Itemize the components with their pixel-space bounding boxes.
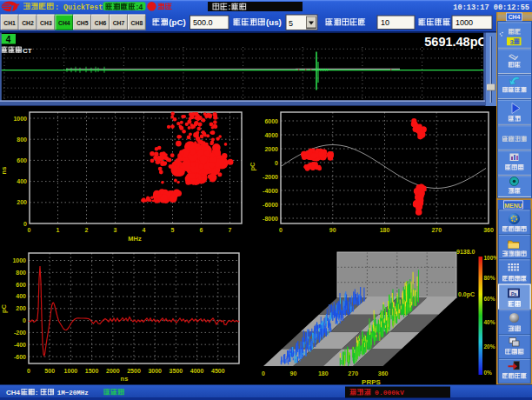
- svg-text:400: 400: [16, 293, 26, 299]
- svg-text:CH2: CH2: [22, 20, 34, 26]
- svg-text:4: 4: [6, 35, 11, 44]
- svg-text:20%: 20%: [484, 343, 495, 350]
- svg-text:CH7: CH7: [113, 20, 125, 26]
- svg-text:ns: ns: [0, 167, 8, 175]
- svg-text:-6000: -6000: [263, 202, 278, 208]
- svg-text:500.0: 500.0: [193, 18, 213, 27]
- svg-text:800: 800: [17, 137, 27, 143]
- svg-text:200: 200: [17, 199, 27, 205]
- svg-text:5: 5: [171, 227, 175, 233]
- svg-text:0: 0: [27, 368, 30, 374]
- svg-text:4500: 4500: [211, 368, 225, 374]
- svg-text:ns: ns: [121, 375, 129, 383]
- svg-text:pC: pC: [0, 303, 8, 313]
- svg-text:6: 6: [200, 227, 203, 233]
- svg-text:-4000: -4000: [263, 188, 278, 194]
- svg-text:500: 500: [44, 368, 55, 374]
- svg-text:360: 360: [378, 370, 389, 377]
- svg-text:3: 3: [510, 38, 514, 46]
- svg-text:0: 0: [28, 227, 31, 233]
- svg-text:270: 270: [348, 370, 358, 377]
- svg-text:5: 5: [289, 19, 293, 28]
- svg-text:-200: -200: [14, 330, 26, 336]
- svg-text:100%: 100%: [484, 255, 499, 261]
- svg-text:CH1: CH1: [3, 20, 16, 26]
- svg-text:0: 0: [275, 160, 278, 166]
- svg-text:PRPS: PRPS: [362, 378, 381, 386]
- svg-text:CH4: CH4: [509, 14, 521, 20]
- svg-text:3: 3: [114, 227, 117, 233]
- svg-text:40%: 40%: [484, 319, 495, 325]
- svg-text:4000: 4000: [190, 368, 204, 374]
- svg-text:2000: 2000: [264, 146, 278, 152]
- svg-text:180: 180: [380, 227, 390, 233]
- svg-text::4: :4: [136, 3, 143, 11]
- svg-text:CH3: CH3: [40, 20, 52, 26]
- svg-text:0: 0: [279, 227, 283, 233]
- svg-text:200: 200: [16, 305, 26, 311]
- svg-text:-400: -400: [14, 342, 26, 348]
- svg-text:3000: 3000: [148, 368, 162, 374]
- svg-text:CH6: CH6: [95, 20, 107, 26]
- svg-text:90: 90: [329, 227, 336, 233]
- svg-text:2000: 2000: [106, 368, 120, 374]
- svg-text:90: 90: [290, 370, 297, 377]
- svg-text:1M~20MHz: 1M~20MHz: [57, 390, 89, 397]
- svg-text:600: 600: [17, 157, 27, 163]
- svg-text:5691.48pC: 5691.48pC: [424, 35, 487, 49]
- svg-text:7: 7: [229, 227, 232, 233]
- svg-text:1000: 1000: [12, 257, 26, 263]
- svg-text:-8000: -8000: [263, 216, 278, 222]
- svg-text:800: 800: [16, 270, 26, 276]
- svg-text:180: 180: [318, 370, 329, 377]
- svg-text:MHz: MHz: [128, 235, 142, 243]
- svg-text::: :: [228, 3, 230, 11]
- svg-text:360: 360: [483, 227, 494, 233]
- svg-text:CH4: CH4: [58, 20, 70, 26]
- svg-text:3500: 3500: [170, 368, 183, 374]
- svg-text:0: 0: [23, 317, 26, 323]
- svg-text:MENU: MENU: [504, 203, 522, 209]
- svg-text:4000: 4000: [264, 132, 278, 138]
- svg-text:1000: 1000: [13, 116, 27, 122]
- svg-text:60%: 60%: [484, 296, 495, 302]
- svg-text:2: 2: [85, 227, 89, 233]
- svg-text:CH8: CH8: [131, 20, 143, 26]
- svg-text:0: 0: [23, 221, 27, 227]
- svg-text:0.0pC: 0.0pC: [458, 291, 475, 298]
- svg-text:2500: 2500: [127, 368, 141, 374]
- svg-text::: :: [36, 389, 38, 397]
- svg-text:400: 400: [17, 178, 27, 184]
- svg-text:1: 1: [57, 227, 60, 233]
- svg-text:-600: -600: [14, 354, 26, 360]
- svg-text:270: 270: [431, 227, 442, 233]
- svg-text:600: 600: [16, 282, 26, 288]
- svg-text:CH4: CH4: [6, 389, 21, 397]
- svg-text:10: 10: [381, 18, 389, 27]
- svg-text:4: 4: [143, 227, 146, 233]
- svg-text:(us): (us): [266, 17, 282, 27]
- svg-text:1000: 1000: [64, 368, 78, 374]
- svg-text:0.000kV: 0.000kV: [375, 389, 404, 397]
- svg-text:80%: 80%: [484, 275, 495, 281]
- svg-text:CH5: CH5: [76, 20, 89, 26]
- svg-text:pC: pC: [249, 162, 256, 171]
- svg-text:-2000: -2000: [263, 174, 278, 180]
- svg-text:10:13:17 00:12:55: 10:13:17 00:12:55: [453, 3, 529, 12]
- svg-text:6000: 6000: [264, 118, 278, 124]
- svg-text:Pa: Pa: [511, 291, 516, 297]
- svg-text:0: 0: [262, 370, 265, 377]
- svg-text:0%: 0%: [484, 370, 493, 376]
- svg-text:9138.0: 9138.0: [456, 249, 475, 255]
- svg-text:(pC): (pC): [169, 17, 185, 27]
- svg-text:: QuickTest: : QuickTest: [55, 3, 103, 12]
- svg-text:CT: CT: [23, 47, 32, 55]
- svg-text:1000: 1000: [456, 18, 473, 27]
- svg-text:1500: 1500: [85, 368, 99, 374]
